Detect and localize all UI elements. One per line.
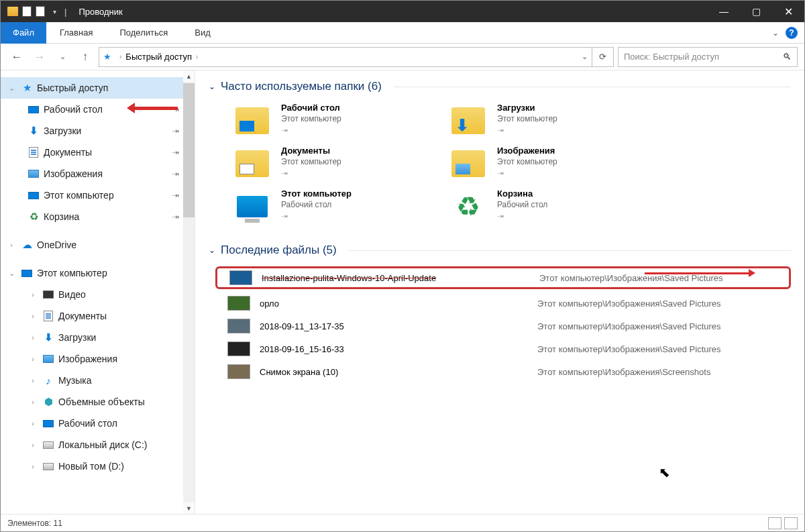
thispc-icon — [28, 189, 40, 201]
tab-view[interactable]: Вид — [181, 22, 224, 44]
frequent-folder-documents[interactable]: ДокументыЭтот компьютер📌︎ — [233, 146, 434, 182]
tree-thispc-pinned[interactable]: Этот компьютер 📌︎ — [1, 184, 195, 206]
desktop-icon — [42, 417, 54, 429]
qat-dropdown-icon[interactable]: ▾ — [49, 8, 60, 15]
recent-file-row[interactable]: Снимок экрана (10) Этот компьютер\Изобра… — [215, 360, 791, 383]
search-icon[interactable]: 🔍︎ — [783, 52, 792, 62]
tree-thispc[interactable]: Этот компьютер — [1, 262, 195, 284]
chevron-right-icon[interactable]: › — [196, 53, 198, 60]
expand-icon[interactable] — [28, 290, 38, 299]
tree-drive-d[interactable]: Новый том (D:) — [1, 456, 195, 477]
expand-icon[interactable] — [6, 241, 17, 249]
minimize-button[interactable]: — — [708, 1, 740, 22]
file-name: 2018-09-11_13-17-35 — [260, 321, 528, 331]
recent-file-row[interactable]: 2018-09-16_15-16-33 Этот компьютер\Изобр… — [215, 337, 791, 360]
drive-icon — [42, 439, 54, 451]
new-doc-icon-2[interactable] — [36, 6, 45, 17]
expand-icon[interactable] — [28, 398, 38, 406]
expand-icon[interactable] — [28, 419, 38, 427]
tree-downloads2[interactable]: ⬇ Загрузки — [1, 327, 195, 348]
sidebar-scrollbar[interactable]: ▲ ▼ — [183, 70, 195, 514]
address-bar[interactable]: ★ › Быстрый доступ › ⌄ ⟳ — [99, 47, 614, 67]
folder-name: Загрузки — [497, 103, 557, 113]
tree-desktop2[interactable]: Рабочий стол — [1, 413, 195, 434]
folder-sub: Этот компьютер — [497, 114, 557, 123]
documents-icon — [28, 146, 40, 158]
tree-label: Локальный диск (C:) — [58, 439, 148, 450]
tab-share[interactable]: Поделиться — [106, 22, 181, 44]
frequent-recycle[interactable]: ♻ КорзинаРабочий стол📌︎ — [449, 189, 650, 225]
tree-downloads[interactable]: ⬇ Загрузки 📌︎ — [1, 120, 195, 142]
recent-file-row[interactable]: орло Этот компьютер\Изображения\Saved Pi… — [215, 292, 791, 315]
frequent-thispc[interactable]: Этот компьютерРабочий стол📌︎ — [233, 189, 434, 225]
scroll-down-icon[interactable]: ▼ — [183, 502, 195, 514]
tree-label: Документы — [58, 311, 107, 321]
tree-pictures[interactable]: Изображения 📌︎ — [1, 163, 195, 184]
tree-label: Видео — [58, 289, 86, 300]
expand-icon[interactable] — [6, 84, 17, 93]
frequent-folder-pictures[interactable]: ИзображенияЭтот компьютер📌︎ — [449, 146, 650, 182]
star-icon: ★ — [21, 82, 33, 94]
folder-downloads-icon: ⬇ — [449, 103, 488, 139]
file-path: Этот компьютер\Изображения\Saved Picture… — [537, 321, 721, 331]
breadcrumb[interactable]: Быстрый доступ — [125, 52, 192, 62]
folder-desktop-icon — [233, 103, 272, 139]
address-dropdown-icon[interactable]: ⌄ — [578, 52, 592, 61]
tree-label: Музыка — [58, 375, 92, 386]
expand-icon[interactable] — [28, 462, 38, 470]
tree-label: Быстрый доступ — [37, 83, 108, 93]
help-icon[interactable]: ? — [786, 27, 798, 39]
expand-icon[interactable] — [6, 269, 17, 278]
section-recent-header[interactable]: ⌄ Последние файлы (5) — [209, 244, 791, 257]
tree-3d-objects[interactable]: ⬢ Объемные объекты — [1, 391, 195, 413]
ribbon-collapse-icon[interactable]: ⌄ — [772, 28, 779, 38]
tree-onedrive[interactable]: ☁ OneDrive — [1, 234, 195, 256]
annotation-arrow — [135, 107, 178, 110]
recent-file-row[interactable]: 2018-09-11_13-17-35 Этот компьютер\Изобр… — [215, 315, 791, 337]
tree-quick-access[interactable]: ★ Быстрый доступ — [1, 77, 195, 99]
tree-pictures2[interactable]: Изображения — [1, 348, 195, 370]
thispc-icon — [21, 267, 33, 279]
folder-sub: Рабочий стол — [281, 200, 352, 209]
forward-button[interactable]: → — [30, 48, 49, 66]
tab-home[interactable]: Главная — [46, 22, 106, 44]
expand-icon[interactable] — [28, 333, 38, 341]
annotation-arrow — [645, 272, 749, 274]
file-path: Этот компьютер\Изображения\Saved Picture… — [537, 299, 721, 309]
file-tab[interactable]: Файл — [1, 22, 46, 44]
content-pane: ⌄ Часто используемые папки (6) Рабочий с… — [195, 70, 804, 514]
refresh-button[interactable]: ⟳ — [592, 48, 613, 66]
close-button[interactable]: ✕ — [772, 1, 804, 22]
cursor-icon: ⬉ — [659, 464, 670, 480]
pin-icon: 📌︎ — [495, 211, 506, 221]
frequent-folder-desktop[interactable]: Рабочий столЭтот компьютер📌︎ — [233, 103, 434, 139]
recent-file-row[interactable]: Installazione-pulita-Windows-10-April-Up… — [215, 266, 791, 289]
pin-icon: 📌︎ — [170, 146, 182, 158]
nav-row: ← → ⌄ ↑ ★ › Быстрый доступ › ⌄ ⟳ Поиск: … — [1, 44, 804, 70]
tree-recycle[interactable]: ♻ Корзина 📌︎ — [1, 206, 195, 227]
back-button[interactable]: ← — [7, 48, 26, 66]
pin-icon: 📌︎ — [170, 189, 182, 201]
tree-documents2[interactable]: Документы — [1, 305, 195, 327]
expand-icon[interactable] — [28, 355, 38, 363]
recyclebin-icon: ♻ — [28, 211, 40, 223]
maximize-button[interactable]: ▢ — [740, 1, 772, 22]
frequent-folder-downloads[interactable]: ⬇ ЗагрузкиЭтот компьютер📌︎ — [449, 103, 650, 139]
scroll-up-icon[interactable]: ▲ — [183, 70, 195, 82]
tree-drive-c[interactable]: Локальный диск (C:) — [1, 434, 195, 456]
section-frequent-header[interactable]: ⌄ Часто используемые папки (6) — [209, 80, 791, 93]
view-details-button[interactable] — [768, 517, 782, 529]
pin-icon: 📌︎ — [279, 168, 290, 178]
recent-locations-button[interactable]: ⌄ — [53, 48, 72, 66]
expand-icon[interactable] — [28, 441, 38, 449]
search-input[interactable]: Поиск: Быстрый доступ 🔍︎ — [618, 47, 798, 67]
new-doc-icon[interactable] — [22, 6, 32, 17]
up-button[interactable]: ↑ — [76, 48, 95, 66]
tree-video[interactable]: Видео — [1, 284, 195, 305]
tree-music[interactable]: ♪ Музыка — [1, 370, 195, 391]
expand-icon[interactable] — [28, 312, 38, 320]
expand-icon[interactable] — [28, 376, 38, 384]
view-large-button[interactable] — [784, 517, 798, 529]
scroll-thumb[interactable] — [183, 83, 195, 217]
tree-documents[interactable]: Документы 📌︎ — [1, 142, 195, 163]
